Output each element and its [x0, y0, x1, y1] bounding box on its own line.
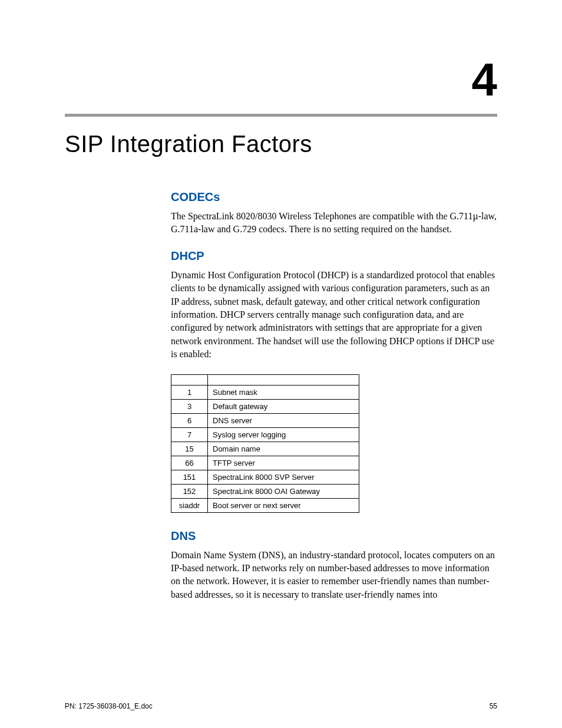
table-cell-option: 6: [171, 413, 208, 427]
table-cell-option: 1: [171, 385, 208, 399]
table-cell-option: 3: [171, 399, 208, 413]
table-row: 3Default gateway: [171, 399, 359, 413]
table-row: 152SpectraLink 8000 OAI Gateway: [171, 484, 359, 498]
text-dhcp: Dynamic Host Configuration Protocol (DHC…: [171, 269, 497, 361]
table-cell-desc: DNS server: [208, 413, 359, 427]
table-row: 1Subnet mask: [171, 385, 359, 399]
table-cell-option: 151: [171, 470, 208, 484]
text-dns: Domain Name System (DNS), an industry-st…: [171, 549, 497, 602]
table-cell-desc: Syslog server logging: [208, 427, 359, 442]
table-cell-option: 152: [171, 484, 208, 498]
footer-page-number: 55: [490, 702, 497, 710]
table-cell-option: 66: [171, 456, 208, 470]
table-cell-option: 7: [171, 427, 208, 442]
table-row: 66TFTP server: [171, 456, 359, 470]
table-cell-desc: Boot server or next server: [208, 498, 359, 512]
table-row: 7Syslog server logging: [171, 427, 359, 442]
table-cell-desc: TFTP server: [208, 456, 359, 470]
heading-dhcp: DHCP: [171, 249, 497, 263]
chapter-number: 4: [65, 53, 497, 107]
table-row: 151SpectraLink 8000 SVP Server: [171, 470, 359, 484]
table-cell-desc: Default gateway: [208, 399, 359, 413]
heading-codecs: CODECs: [171, 190, 497, 204]
table-header-row: [171, 374, 359, 385]
table-row: 15Domain name: [171, 442, 359, 456]
table-header-option: [171, 374, 208, 385]
heading-dns: DNS: [171, 529, 497, 543]
table-row: 6DNS server: [171, 413, 359, 427]
table-cell-desc: SpectraLink 8000 SVP Server: [208, 470, 359, 484]
chapter-divider: [65, 114, 497, 117]
table-cell-option: siaddr: [171, 498, 208, 512]
table-cell-desc: Domain name: [208, 442, 359, 456]
table-cell-option: 15: [171, 442, 208, 456]
page-footer: PN: 1725-36038-001_E.doc 55: [65, 702, 497, 710]
footer-doc-id: PN: 1725-36038-001_E.doc: [65, 702, 153, 710]
table-cell-desc: SpectraLink 8000 OAI Gateway: [208, 484, 359, 498]
chapter-title: SIP Integration Factors: [65, 131, 497, 157]
table-header-desc: [208, 374, 359, 385]
text-codecs: The SpectraLink 8020/8030 Wireless Telep…: [171, 210, 497, 236]
dhcp-options-table: 1Subnet mask3Default gateway6DNS server7…: [171, 374, 359, 513]
table-cell-desc: Subnet mask: [208, 385, 359, 399]
table-row: siaddrBoot server or next server: [171, 498, 359, 512]
